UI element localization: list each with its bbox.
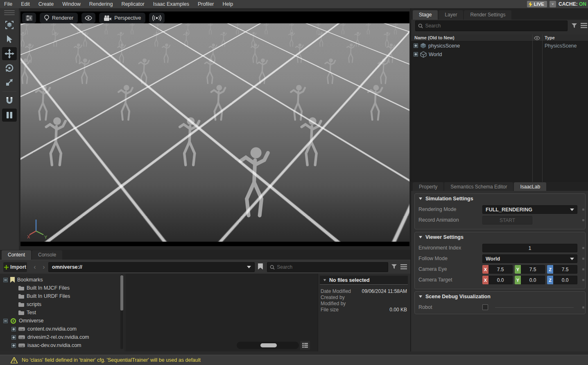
back-button[interactable]: ‹ [30, 262, 39, 272]
toolbar-grip-icon[interactable] [4, 10, 15, 15]
tree-item-isaac-dev-ov-nvidia-com[interactable]: isaac-dev.ov.nvidia.com [0, 341, 125, 349]
visibility-column-icon[interactable] [534, 36, 540, 40]
expand-minus-icon[interactable] [3, 278, 8, 282]
menu-replicator[interactable]: Replicator [121, 1, 144, 7]
thumbnail-size-slider[interactable] [237, 342, 299, 349]
menu-file[interactable]: File [4, 1, 12, 7]
options-menu-icon[interactable] [581, 23, 587, 28]
bookmark-icon[interactable] [258, 263, 263, 270]
stage-tab-layer[interactable]: Layer [439, 10, 463, 20]
view-mode-button[interactable] [300, 341, 310, 350]
forward-button[interactable]: › [39, 262, 48, 272]
detail-label: File size [321, 307, 339, 313]
prop-tab-isaaclab[interactable]: IsaacLab [514, 182, 546, 192]
live-label: LIVE [534, 2, 544, 7]
menu-create[interactable]: Create [38, 1, 54, 7]
menu-edit[interactable]: Edit [21, 1, 30, 7]
camera-menu-button[interactable]: Perspective [99, 13, 145, 23]
content-tab-console[interactable]: Console [32, 250, 62, 260]
pause-button[interactable] [2, 109, 17, 122]
camera-eye-z-input[interactable]: 7.5 [553, 265, 577, 274]
visibility-menu-button[interactable] [81, 13, 95, 23]
selection-header[interactable]: No files selected [320, 276, 408, 285]
tree-item-label: content.ov.nvidia.com [27, 326, 77, 332]
expand-plus-icon[interactable] [11, 335, 16, 340]
tree-item-drivesim2-rel-ov-nvidia-com[interactable]: drivesim2-rel.ov.nvidia.com [0, 333, 125, 341]
lightning-icon [529, 2, 532, 7]
start-button[interactable]: START [482, 216, 532, 224]
path-input[interactable] [52, 264, 244, 270]
scene-debug-header[interactable]: Scene Debug Visualization [415, 292, 585, 301]
renderer-menu-button[interactable]: Renderer [40, 13, 78, 23]
rotate-tool-button[interactable] [2, 61, 17, 75]
axis-y-label: Y [44, 235, 47, 239]
viewport-3d[interactable]: X Y Renderer [20, 11, 409, 246]
robot-debug-checkbox[interactable] [482, 304, 488, 310]
tree-item-built-in-mjcf-files[interactable]: Built In MJCF Files [0, 284, 125, 292]
stage-row-physicsscene[interactable]: physicsScenePhysicsScene [411, 41, 588, 50]
filter-icon[interactable] [391, 264, 397, 270]
default-indicator [582, 306, 584, 308]
menu-isaac-examples[interactable]: Isaac Examples [153, 1, 189, 7]
move-tool-button[interactable] [2, 47, 17, 60]
expand-plus-icon[interactable] [414, 51, 418, 58]
capture-button[interactable] [149, 13, 165, 23]
camera-eye-y-input[interactable]: 7.5 [521, 265, 545, 274]
stage-row-world[interactable]: World [411, 50, 588, 59]
live-button[interactable]: LIVE [527, 1, 547, 7]
expand-spacer [11, 302, 16, 307]
expand-plus-icon[interactable] [11, 327, 16, 331]
detail-value: 09/06/2024 11:58AM [362, 288, 407, 295]
tree-item-omniverse[interactable]: Omniverse [0, 317, 125, 325]
stage-tab-stage[interactable]: Stage [413, 10, 438, 20]
content-tab-content[interactable]: Content [2, 250, 31, 260]
viewport-settings-button[interactable] [22, 13, 36, 23]
menu-help[interactable]: Help [223, 1, 233, 7]
expand-minus-icon[interactable] [3, 319, 8, 323]
live-dropdown-button[interactable]: ˅ [550, 1, 556, 7]
scrollbar-thumb[interactable] [120, 275, 123, 311]
snap-tool-button[interactable] [2, 94, 17, 107]
slider-handle[interactable] [260, 343, 277, 347]
path-dropdown-arrow-icon[interactable] [247, 266, 251, 268]
scrollbar-track[interactable] [120, 274, 123, 349]
rendering-mode-label: Rendering Mode [418, 206, 456, 212]
tree-item-built-in-urdf-files[interactable]: Built In URDF Files [0, 292, 125, 300]
prop-tab-semantics-schema-editor[interactable]: Semantics Schema Editor [444, 182, 513, 192]
follow-mode-dropdown[interactable]: World [482, 254, 577, 263]
stage-tab-render-settings[interactable]: Render Settings [464, 10, 511, 20]
tree-item-test[interactable]: Test [0, 308, 125, 317]
camera-target-z-input[interactable]: 0.0 [553, 276, 577, 284]
tree-item-bookmarks[interactable]: Bookmarks [0, 276, 125, 284]
environment-index-input[interactable]: 1 [482, 244, 577, 252]
menu-profiler[interactable]: Profiler [198, 1, 214, 7]
content-search-input[interactable] [277, 264, 385, 270]
camera-target-x-input[interactable]: 0.0 [488, 276, 513, 284]
menu-rendering[interactable]: Rendering [89, 1, 113, 7]
path-bar[interactable] [48, 262, 255, 272]
menu-bar: FileEditCreateWindowRenderingReplicatorI… [0, 0, 588, 8]
stage-search-input[interactable] [425, 23, 565, 29]
import-button[interactable]: Import [3, 262, 27, 272]
menu-window[interactable]: Window [62, 1, 80, 7]
camera-eye-x-input[interactable]: 7.5 [488, 265, 513, 274]
cursor-select-button[interactable] [2, 33, 17, 46]
filter-icon[interactable] [571, 23, 577, 29]
eye-icon [85, 16, 92, 20]
options-menu-icon[interactable] [400, 264, 407, 270]
expand-plus-icon[interactable] [11, 343, 16, 348]
prim-type: PhysicsScene [545, 43, 577, 49]
stage-table-header: Name (Old to New) Type [411, 34, 588, 41]
camera-target-y-input[interactable]: 0.0 [521, 276, 545, 284]
expand-plus-icon[interactable] [414, 42, 418, 50]
tree-item-scripts[interactable]: scripts [0, 300, 125, 308]
file-grid-area[interactable] [126, 274, 318, 351]
viewer-settings-header[interactable]: Viewer Settings [415, 232, 585, 242]
prop-tab-property[interactable]: Property [413, 182, 443, 192]
detail-row-modified-by: Modified by [321, 301, 407, 307]
scale-tool-button[interactable] [2, 76, 17, 89]
select-mode-button[interactable] [2, 18, 17, 32]
simulation-settings-header[interactable]: Simulation Settings [415, 194, 585, 203]
tree-item-content-ov-nvidia-com[interactable]: content.ov.nvidia.com [0, 325, 125, 333]
rendering-mode-dropdown[interactable]: FULL_RENDERING [482, 205, 577, 214]
